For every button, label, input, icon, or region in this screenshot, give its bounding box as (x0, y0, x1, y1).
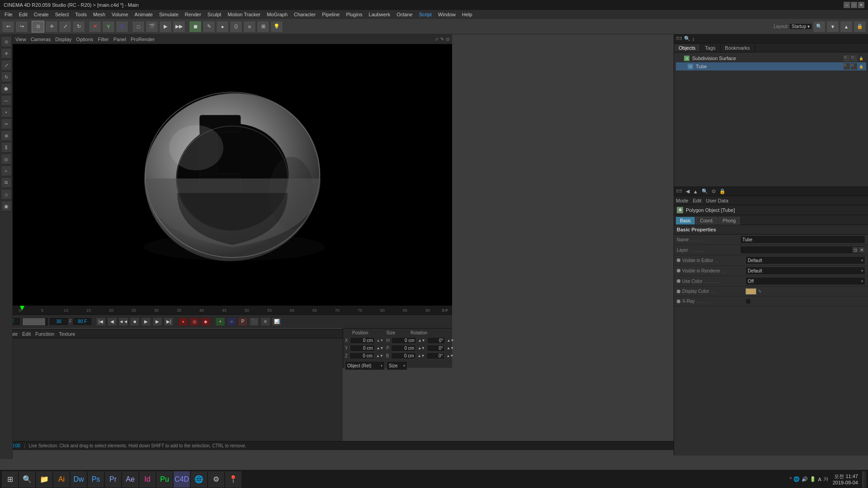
taskbar-app2-button[interactable]: ⚙ (208, 471, 224, 488)
viewport-icon-3[interactable]: ⊙ (446, 37, 449, 42)
prop-back-icon[interactable]: ◀ (686, 188, 689, 194)
vertex-button[interactable]: ● (216, 21, 229, 33)
light-button[interactable]: 💡 (270, 21, 283, 33)
go-to-start-button[interactable]: |◀ (96, 317, 106, 326)
sidebar-loop[interactable]: ⊕ (1, 130, 12, 141)
object-rel-dropdown[interactable]: Object (Rel) ▾ (345, 361, 385, 370)
z-axis-button[interactable]: Z (116, 21, 128, 33)
coord-x-rot-arrow[interactable]: ▲▼ (447, 338, 454, 343)
autokey-button[interactable]: ◎ (189, 317, 199, 326)
prop-display-color-swatch[interactable] (745, 288, 756, 295)
prop-layer-btn[interactable]: ◻ (852, 247, 859, 253)
coord-x-size-arrow[interactable]: ▲▼ (418, 338, 425, 343)
menu-animate[interactable]: Animate (132, 11, 156, 18)
coord-x-size[interactable] (392, 337, 416, 344)
menu-select[interactable]: Select (52, 11, 72, 18)
timeline-scrubber[interactable] (23, 318, 45, 325)
grid-button[interactable]: ⊞ (257, 21, 269, 33)
coord-z-size[interactable] (391, 352, 416, 359)
taskbar-photoshop-button[interactable]: Ps (88, 471, 104, 488)
mode-tab-edit[interactable]: Edit (693, 198, 702, 203)
sidebar-polygon[interactable]: ⬟ (1, 83, 12, 94)
viewport-panel-menu[interactable]: Panel (113, 37, 126, 42)
sidebar-selection[interactable]: ⊙ (1, 36, 12, 47)
sidebar-scale[interactable]: ⤢ (1, 60, 12, 70)
lock-button[interactable]: 🔒 (854, 21, 866, 33)
prop-visible-renderer-dropdown[interactable]: Default ▾ (745, 267, 865, 275)
taskbar-indesign-button[interactable]: Id (139, 471, 156, 488)
tab-tags[interactable]: Tags (700, 44, 720, 52)
next-frame-button[interactable]: ▶ (152, 317, 162, 326)
tray-battery[interactable]: 🔋 (810, 476, 816, 482)
menu-window[interactable]: Window (435, 11, 458, 18)
motion-btn-1[interactable]: + (215, 317, 225, 326)
sidebar-rotate[interactable]: ↻ (1, 71, 12, 82)
record-button[interactable]: ● (178, 317, 188, 326)
coord-y-rot[interactable] (427, 345, 445, 352)
mode-tab-userdata[interactable]: User Data (706, 198, 729, 203)
search-button[interactable]: 🔍 (813, 21, 826, 33)
render-button[interactable]: ▶ (159, 21, 172, 33)
move-button[interactable]: ✛ (45, 21, 58, 33)
menu-create[interactable]: Create (31, 11, 52, 18)
coord-y-rot-arrow[interactable]: ▲▼ (447, 346, 454, 350)
tray-lang[interactable]: A (818, 477, 821, 482)
tab-bookmarks[interactable]: Bookmarks (721, 44, 755, 52)
coord-y-size-arrow[interactable]: ▲▼ (418, 346, 425, 350)
rotate-button[interactable]: ↻ (72, 21, 85, 33)
motion-btn-2[interactable]: ○ (226, 317, 236, 326)
model-mode-button[interactable]: ◼ (189, 21, 202, 33)
taskbar-browser-button[interactable]: 🌐 (191, 471, 207, 488)
prop-forward-icon[interactable]: ▲ (693, 189, 698, 194)
menu-tools[interactable]: Tools (72, 11, 90, 18)
viewport-cameras-menu[interactable]: Cameras (31, 37, 51, 42)
render-view-button[interactable]: 🎬 (146, 21, 158, 33)
sidebar-mirror[interactable]: ⧉ (1, 177, 12, 188)
vis-editor-btn[interactable]: ⊙ (844, 55, 850, 61)
menu-volume[interactable]: Volume (109, 11, 131, 18)
show-desktop-button[interactable] (863, 471, 866, 488)
prop-name-input[interactable] (740, 235, 865, 244)
prop-search-icon[interactable]: 🔍 (702, 188, 708, 194)
tab-objects[interactable]: Objects (674, 44, 700, 52)
prop-xray-checkbox[interactable] (745, 299, 751, 304)
taskbar-aftereffects-button[interactable]: Ae (122, 471, 138, 488)
size-mode-dropdown[interactable]: Size ▾ (387, 361, 407, 370)
prop-tab-coord[interactable]: Coord. (696, 217, 717, 225)
sidebar-move[interactable]: ✛ (1, 48, 12, 59)
menu-sculpt[interactable]: Sculpt (205, 11, 224, 18)
motion-btn-3[interactable]: P (238, 317, 248, 326)
texture-mode-button[interactable]: ✎ (203, 21, 215, 33)
tray-speaker[interactable]: 🔊 (802, 476, 808, 482)
tube-vis-lock-btn[interactable]: 🔒 (858, 63, 864, 70)
viewport-icon-1[interactable]: ⤢ (435, 37, 439, 42)
play-reverse-button[interactable]: ◄◄ (118, 317, 128, 326)
x-axis-button[interactable]: ✕ (89, 21, 101, 33)
minimize-button[interactable]: ─ (844, 2, 850, 8)
close-button[interactable]: ✕ (858, 2, 864, 8)
sidebar-point[interactable]: • (1, 107, 12, 117)
menu-mesh[interactable]: Mesh (90, 11, 108, 18)
menu-motion-tracker[interactable]: Motion Tracker (225, 11, 263, 18)
viewport-prorender-menu[interactable]: ProRender (131, 37, 155, 42)
taskbar-search-button[interactable]: 🔍 (19, 471, 35, 488)
menu-script[interactable]: Script (416, 11, 434, 18)
coord-x-pos-arrow[interactable]: ▲▼ (377, 338, 384, 343)
previous-frame-button[interactable]: ◀ (107, 317, 117, 326)
coord-z-size-arrow[interactable]: ▲▼ (418, 354, 425, 358)
taskbar-dreamweaver-button[interactable]: Dw (71, 471, 87, 488)
viewport-filter-menu[interactable]: Filter (98, 37, 108, 42)
viewport-display-menu[interactable]: Display (55, 37, 71, 42)
sidebar-magnet[interactable]: $ (1, 142, 12, 153)
taskbar-illustrator-button[interactable]: Ai (53, 471, 70, 488)
coord-z-rot-arrow[interactable]: ▲▼ (446, 354, 453, 358)
object-item-subdivision[interactable]: ⊞ Subdivision Surface ⊙ ⊙ 🔒 (676, 54, 866, 62)
taskbar-cinema4d-button[interactable]: C4D (174, 471, 190, 488)
objects-search-icon[interactable]: 🔍 (684, 36, 690, 42)
minimize-panel-button[interactable]: ▼ (826, 21, 839, 33)
bp-tab-edit[interactable]: Edit (22, 331, 31, 337)
menu-edit[interactable]: Edit (16, 11, 30, 18)
y-axis-button[interactable]: Y (102, 21, 115, 33)
object-button[interactable]: □ (132, 21, 145, 33)
bp-tab-function[interactable]: Function (35, 331, 54, 337)
